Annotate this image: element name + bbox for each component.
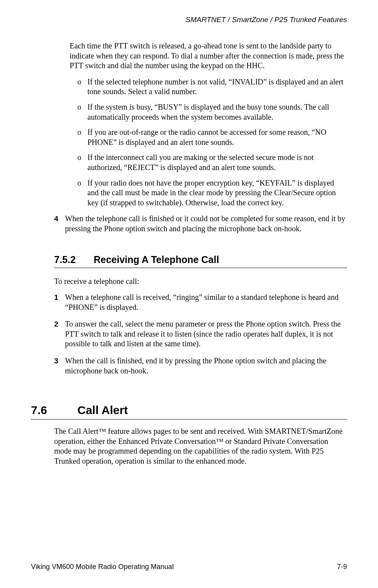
sub-item-text: If you are out-of-range or the radio can… bbox=[87, 127, 347, 147]
step-text: When a telephone call is received, “ring… bbox=[65, 292, 347, 312]
step-text: When the call is finished, end it by pre… bbox=[65, 356, 347, 376]
section-heading-76: 7.6 Call Alert bbox=[31, 404, 347, 417]
sub-item: o If the system is busy, “BUSY” is displ… bbox=[77, 102, 347, 122]
section-heading-752: 7.5.2 Receiving A Telephone Call bbox=[54, 254, 347, 265]
step-marker: 3 bbox=[54, 356, 65, 376]
sub-item-text: If the system is busy, “BUSY” is display… bbox=[87, 102, 347, 122]
sub-item: o If the selected telephone number is no… bbox=[77, 77, 347, 97]
list-marker: o bbox=[77, 127, 87, 147]
sub-item-text: If the selected telephone number is not … bbox=[87, 77, 347, 97]
list-marker: o bbox=[77, 178, 87, 208]
list-marker: o bbox=[77, 102, 87, 122]
step-3: 3 When the call is finished, end it by p… bbox=[54, 356, 347, 376]
section-rule bbox=[54, 268, 347, 268]
step-marker: 4 bbox=[54, 214, 65, 234]
step-2: 2 To answer the call, select the menu pa… bbox=[54, 319, 347, 349]
intro-paragraph: Each time the PTT switch is released, a … bbox=[70, 41, 347, 71]
step-marker: 1 bbox=[54, 292, 65, 312]
sub-item: o If the interconnect call you are makin… bbox=[77, 153, 347, 172]
section-rule bbox=[31, 419, 347, 420]
sub-item: o If your radio does not have the proper… bbox=[77, 178, 347, 208]
step-4: 4 When the telephone call is finished or… bbox=[54, 214, 347, 234]
section-body: The Call Alert™ feature allows pages to … bbox=[54, 426, 347, 466]
running-header: SMARTNET / SmartZone / P25 Trunked Featu… bbox=[31, 15, 347, 24]
page-footer: Viking VM600 Mobile Radio Operating Manu… bbox=[31, 563, 347, 571]
section-title: Call Alert bbox=[77, 404, 128, 417]
list-marker: o bbox=[77, 153, 87, 172]
sub-item-text: If your radio does not have the proper e… bbox=[87, 178, 347, 208]
step-1: 1 When a telephone call is received, “ri… bbox=[54, 292, 347, 312]
sub-list: o If the selected telephone number is no… bbox=[77, 77, 347, 208]
section-title: Receiving A Telephone Call bbox=[94, 254, 219, 265]
list-marker: o bbox=[77, 77, 87, 97]
step-text: To answer the call, select the menu para… bbox=[65, 319, 347, 349]
section-number: 7.5.2 bbox=[54, 254, 94, 265]
step-marker: 2 bbox=[54, 319, 65, 349]
section-number: 7.6 bbox=[31, 404, 77, 417]
section-intro: To receive a telephone call: bbox=[54, 277, 347, 287]
footer-left: Viking VM600 Mobile Radio Operating Manu… bbox=[31, 563, 174, 571]
sub-item-text: If the interconnect call you are making … bbox=[87, 153, 347, 172]
sub-item: o If you are out-of-range or the radio c… bbox=[77, 127, 347, 147]
step-text: When the telephone call is finished or i… bbox=[65, 214, 347, 234]
footer-page-number: 7-9 bbox=[337, 563, 347, 571]
page: SMARTNET / SmartZone / P25 Trunked Featu… bbox=[0, 0, 378, 588]
